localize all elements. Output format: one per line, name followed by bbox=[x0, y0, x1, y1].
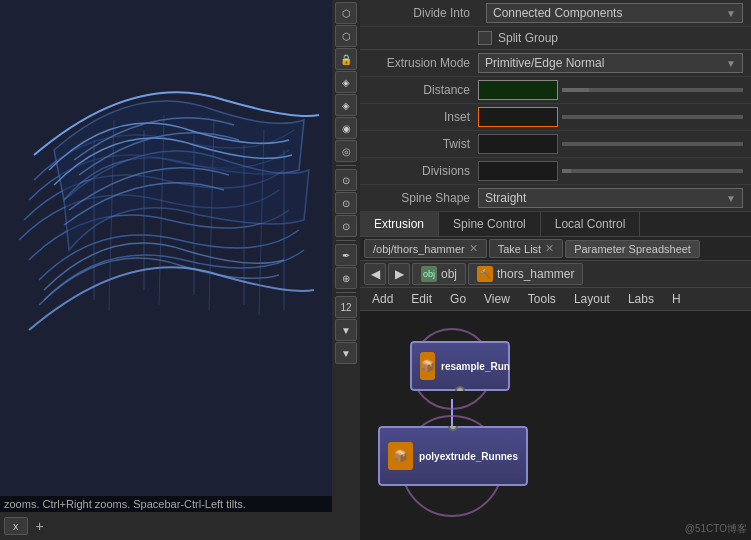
toolbar-btn-8[interactable]: ⊙ bbox=[335, 192, 357, 214]
menu-view[interactable]: View bbox=[476, 290, 518, 308]
extrusion-mode-label: Extrusion Mode bbox=[368, 56, 478, 70]
distance-row: Distance 0.021 bbox=[360, 77, 751, 104]
extrusion-mode-arrow-icon: ▼ bbox=[726, 58, 736, 69]
params-section: Divide Into Connected Components ▼ Split… bbox=[360, 0, 751, 237]
twist-value-container: 0 bbox=[478, 134, 743, 154]
extrusion-mode-text: Primitive/Edge Normal bbox=[485, 56, 604, 70]
toolbar-btn-6[interactable]: ◎ bbox=[335, 140, 357, 162]
node-editor[interactable]: 📦 resample_Runnes 📦 polyextrude_Runnes @… bbox=[360, 311, 751, 540]
bottom-tab-x[interactable]: x bbox=[4, 517, 28, 535]
tab-local-control[interactable]: Local Control bbox=[541, 212, 641, 236]
node-polyextrude-label: polyextrude_Runnes bbox=[419, 451, 518, 462]
viewport-svg bbox=[0, 0, 360, 540]
spine-shape-row: Spine Shape Straight ▼ bbox=[360, 185, 751, 212]
right-panel: Divide Into Connected Components ▼ Split… bbox=[360, 0, 751, 540]
svg-rect-0 bbox=[14, 0, 346, 540]
context-obj-btn[interactable]: obj obj bbox=[412, 263, 466, 285]
toolbar-btn-14[interactable]: ▼ bbox=[335, 342, 357, 364]
toolbar-btn-12[interactable]: 12 bbox=[335, 296, 357, 318]
divide-into-dropdown[interactable]: Connected Components ▼ bbox=[486, 3, 743, 23]
spine-shape-label: Spine Shape bbox=[368, 191, 478, 205]
inset-row: Inset 0 bbox=[360, 104, 751, 131]
menu-tools[interactable]: Tools bbox=[520, 290, 564, 308]
toolbar-btn-13[interactable]: ▼ bbox=[335, 319, 357, 341]
toolbar-btn-7[interactable]: ⊙ bbox=[335, 169, 357, 191]
path-tab-take-list-close-icon[interactable]: ✕ bbox=[545, 242, 554, 255]
divide-into-row: Divide Into Connected Components ▼ bbox=[360, 0, 751, 27]
divide-into-dropdown-text: Connected Components bbox=[493, 6, 622, 20]
toolbar-btn-2[interactable]: ⬡ bbox=[335, 25, 357, 47]
node-polyextrude-icon: 📦 bbox=[388, 442, 413, 470]
node-resample-body: 📦 resample_Runnes bbox=[410, 341, 510, 391]
spine-shape-value: Straight ▼ bbox=[478, 188, 743, 208]
viewport-background[interactable] bbox=[0, 0, 360, 540]
node-polyextrude-body: 📦 polyextrude_Runnes bbox=[378, 426, 528, 486]
context-hammer-icon: 🔨 bbox=[477, 266, 493, 282]
inset-slider[interactable] bbox=[562, 115, 743, 119]
toolbar-divider-2 bbox=[336, 240, 356, 241]
toolbar-btn-3[interactable]: ◈ bbox=[335, 71, 357, 93]
twist-row: Twist 0 bbox=[360, 131, 751, 158]
tab-extrusion[interactable]: Extrusion bbox=[360, 212, 439, 236]
bottom-tabs: x + bbox=[0, 512, 360, 540]
toolbar-lock-btn[interactable]: 🔒 bbox=[335, 48, 357, 70]
menu-h[interactable]: H bbox=[664, 290, 689, 308]
menu-go[interactable]: Go bbox=[442, 290, 474, 308]
distance-slider-fill bbox=[562, 88, 589, 92]
node-resample-icon: 📦 bbox=[420, 352, 435, 380]
spine-shape-dropdown[interactable]: Straight ▼ bbox=[478, 188, 743, 208]
path-tab-parameter-spreadsheet-text: Parameter Spreadsheet bbox=[574, 243, 691, 255]
toolbar-btn-9[interactable]: ⊙ bbox=[335, 215, 357, 237]
toolbar-btn-1[interactable]: ⬡ bbox=[335, 2, 357, 24]
extrusion-mode-dropdown[interactable]: Primitive/Edge Normal ▼ bbox=[478, 53, 743, 73]
tab-spine-control[interactable]: Spine Control bbox=[439, 212, 541, 236]
twist-input[interactable]: 0 bbox=[478, 134, 558, 154]
distance-input[interactable]: 0.021 bbox=[478, 80, 558, 100]
divisions-label: Divisions bbox=[368, 164, 478, 178]
path-tabs: /obj/thors_hammer ✕ Take List ✕ Paramete… bbox=[360, 237, 751, 261]
toolbar-btn-5[interactable]: ◉ bbox=[335, 117, 357, 139]
node-toolbar: ◀ ▶ obj obj 🔨 thors_hammer bbox=[360, 261, 751, 288]
context-hammer-text: thors_hammer bbox=[497, 267, 574, 281]
menu-edit[interactable]: Edit bbox=[403, 290, 440, 308]
inset-input[interactable]: 0 bbox=[478, 107, 558, 127]
menu-add[interactable]: Add bbox=[364, 290, 401, 308]
node-resample-label: resample_Runnes bbox=[441, 361, 510, 372]
toolbar-divider-1 bbox=[336, 165, 356, 166]
divisions-input[interactable]: 1 bbox=[478, 161, 558, 181]
distance-slider[interactable] bbox=[562, 88, 743, 92]
divide-into-arrow-icon: ▼ bbox=[726, 8, 736, 19]
path-tab-obj-close-icon[interactable]: ✕ bbox=[469, 242, 478, 255]
divide-into-value: Connected Components ▼ bbox=[486, 3, 743, 23]
toolbar-btn-11[interactable]: ⊕ bbox=[335, 267, 357, 289]
extrusion-mode-row: Extrusion Mode Primitive/Edge Normal ▼ bbox=[360, 50, 751, 77]
twist-label: Twist bbox=[368, 137, 478, 151]
forward-btn[interactable]: ▶ bbox=[388, 263, 410, 285]
status-text: zooms. Ctrl+Right zooms. Spacebar-Ctrl-L… bbox=[4, 498, 246, 510]
viewport-toolbar: ⬡ ⬡ 🔒 ◈ ◈ ◉ ◎ ⊙ ⊙ ⊙ ✒ ⊕ 12 ▼ ▼ bbox=[332, 0, 360, 540]
tab-row: Extrusion Spine Control Local Control bbox=[360, 212, 751, 237]
path-tab-parameter-spreadsheet[interactable]: Parameter Spreadsheet bbox=[565, 240, 700, 258]
divisions-slider-fill bbox=[562, 169, 571, 173]
add-tab-btn[interactable]: + bbox=[32, 518, 48, 534]
toolbar-btn-10[interactable]: ✒ bbox=[335, 244, 357, 266]
path-tab-obj[interactable]: /obj/thors_hammer ✕ bbox=[364, 239, 487, 258]
menu-layout[interactable]: Layout bbox=[566, 290, 618, 308]
context-obj-text: obj bbox=[441, 267, 457, 281]
menu-labs[interactable]: Labs bbox=[620, 290, 662, 308]
path-tab-take-list[interactable]: Take List ✕ bbox=[489, 239, 563, 258]
context-obj-icon: obj bbox=[421, 266, 437, 282]
twist-slider[interactable] bbox=[562, 142, 743, 146]
node-resample-output[interactable] bbox=[455, 386, 465, 391]
distance-value-container: 0.021 bbox=[478, 80, 743, 100]
distance-label: Distance bbox=[368, 83, 478, 97]
node-resample[interactable]: 📦 resample_Runnes bbox=[410, 341, 510, 391]
extrusion-mode-value: Primitive/Edge Normal ▼ bbox=[478, 53, 743, 73]
toolbar-btn-4[interactable]: ◈ bbox=[335, 94, 357, 116]
context-hammer-btn[interactable]: 🔨 thors_hammer bbox=[468, 263, 583, 285]
divisions-slider[interactable] bbox=[562, 169, 743, 173]
split-group-checkbox[interactable] bbox=[478, 31, 492, 45]
node-polyextrude[interactable]: 📦 polyextrude_Runnes bbox=[378, 426, 528, 486]
back-btn[interactable]: ◀ bbox=[364, 263, 386, 285]
path-tab-take-list-text: Take List bbox=[498, 243, 541, 255]
